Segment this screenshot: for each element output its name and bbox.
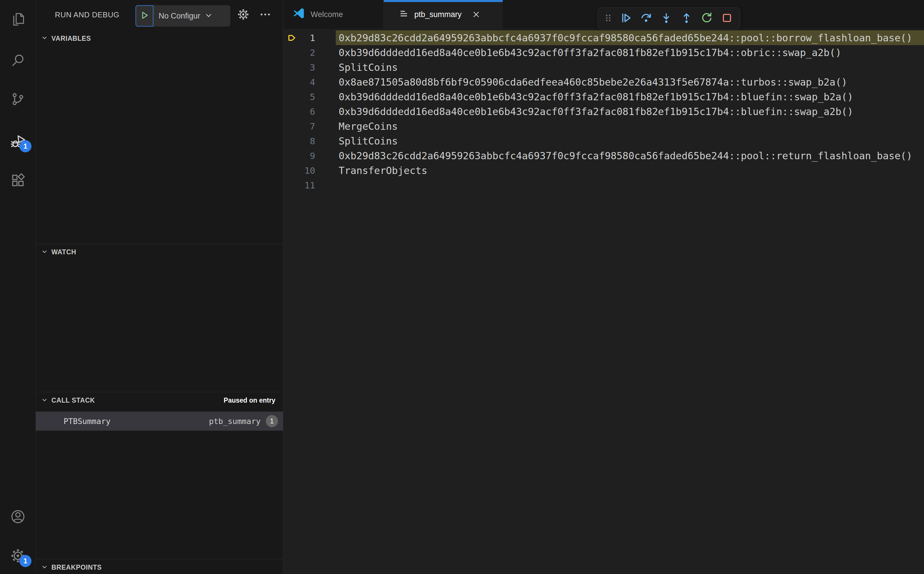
debug-session-badge: 1	[19, 140, 31, 152]
breakpoint-gutter[interactable]	[283, 89, 302, 104]
current-stackframe-icon[interactable]	[283, 30, 302, 45]
configure-gear-button[interactable]	[235, 7, 251, 23]
line-text[interactable]: 0xb29d83c26cdd2a64959263abbcfc4a6937f0c9…	[336, 148, 924, 163]
breakpoint-gutter[interactable]	[283, 45, 302, 60]
line-text[interactable]: 0x8ae871505a80d8bf6bf9c05906cda6edfeea46…	[336, 74, 924, 89]
line-number: 2	[302, 47, 336, 58]
section-breakpoints[interactable]: BREAKPOINTS	[36, 559, 283, 574]
tab-ptb-summary[interactable]: ptb_summary	[384, 0, 503, 29]
settings-button[interactable]: 1	[0, 546, 36, 566]
code-line[interactable]: 6 0xb39d6dddedd16ed8a40ce0b1e6b43c92acf0…	[283, 104, 924, 119]
list-icon	[398, 8, 410, 21]
code-editor[interactable]: 1 0xb29d83c26cdd2a64959263abbcfc4a6937f0…	[283, 29, 924, 192]
code-line[interactable]: 9 0xb29d83c26cdd2a64959263abbcfc4a6937f0…	[283, 148, 924, 163]
chevron-down-icon	[41, 34, 49, 43]
line-text[interactable]: SplitCoins	[336, 134, 924, 148]
code-line[interactable]: 3 SplitCoins	[283, 60, 924, 74]
breakpoint-gutter[interactable]	[283, 74, 302, 89]
vscode-logo-icon	[292, 7, 305, 22]
code-line[interactable]: 2 0xb39d6dddedd16ed8a40ce0b1e6b43c92acf0…	[283, 45, 924, 60]
code-line[interactable]: 1 0xb29d83c26cdd2a64959263abbcfc4a6937f0…	[283, 30, 924, 45]
step-over-button[interactable]	[636, 9, 656, 28]
stop-icon	[720, 11, 734, 26]
sidebar-item-explorer[interactable]	[0, 9, 36, 30]
line-number: 7	[302, 121, 336, 131]
line-number: 10	[302, 165, 336, 176]
step-into-icon	[660, 11, 673, 26]
restart-icon	[700, 11, 713, 26]
accounts-button[interactable]	[0, 507, 36, 527]
sidebar-title: RUN AND DEBUG	[55, 10, 119, 19]
start-debug-button[interactable]	[135, 5, 153, 27]
sidebar-item-search[interactable]	[0, 50, 36, 71]
code-line[interactable]: 10 TransferObjects	[283, 163, 924, 178]
call-stack-frame-row[interactable]: PTBSummary ptb_summary 1	[36, 412, 283, 430]
source-control-icon	[9, 91, 26, 109]
sidebar-item-source-control[interactable]	[0, 90, 36, 110]
frame-name: PTBSummary	[64, 417, 111, 426]
run-and-debug-sidebar: RUN AND DEBUG No Configur	[36, 0, 283, 574]
ellipsis-icon	[259, 8, 272, 22]
line-text[interactable]: MergeCoins	[336, 119, 924, 134]
code-line[interactable]: 11	[283, 178, 924, 192]
step-into-button[interactable]	[656, 9, 676, 28]
breakpoint-gutter[interactable]	[283, 163, 302, 178]
chevron-down-icon	[41, 396, 49, 405]
files-icon	[9, 10, 26, 28]
line-text[interactable]: TransferObjects	[336, 163, 924, 178]
line-text[interactable]: 0xb39d6dddedd16ed8a40ce0b1e6b43c92acf0ff…	[336, 104, 924, 119]
line-number: 9	[302, 151, 336, 161]
line-number: 8	[302, 136, 336, 146]
code-line[interactable]: 7 MergeCoins	[283, 119, 924, 134]
restart-button[interactable]	[697, 9, 717, 28]
line-number: 6	[302, 106, 336, 117]
section-call-stack[interactable]: CALL STACK Paused on entry	[36, 392, 283, 409]
editor-area: Welcome ptb_summary	[283, 0, 924, 574]
toolbar-drag-handle[interactable]	[601, 9, 616, 28]
breakpoint-gutter[interactable]	[283, 134, 302, 148]
extensions-icon	[9, 172, 26, 190]
line-number: 4	[302, 77, 336, 87]
tab-welcome[interactable]: Welcome	[283, 0, 384, 29]
section-label: CALL STACK	[52, 397, 95, 404]
stop-button[interactable]	[717, 9, 737, 28]
code-line[interactable]: 4 0x8ae871505a80d8bf6bf9c05906cda6edfeea…	[283, 74, 924, 89]
tab-label: ptb_summary	[414, 10, 462, 19]
search-icon	[9, 52, 26, 69]
code-line[interactable]: 8 SplitCoins	[283, 134, 924, 148]
breakpoint-gutter[interactable]	[283, 60, 302, 74]
frame-source: ptb_summary	[209, 417, 261, 426]
settings-badge: 1	[19, 555, 31, 567]
sidebar-item-extensions[interactable]	[0, 171, 36, 191]
line-text[interactable]: 0xb39d6dddedd16ed8a40ce0b1e6b43c92acf0ff…	[336, 45, 924, 60]
breakpoint-gutter[interactable]	[283, 148, 302, 163]
step-out-icon	[680, 11, 693, 26]
code-line[interactable]: 5 0xb39d6dddedd16ed8a40ce0b1e6b43c92acf0…	[283, 89, 924, 104]
breakpoint-gutter[interactable]	[283, 119, 302, 134]
frame-badge: 1	[266, 415, 278, 427]
gripper-icon	[603, 12, 614, 25]
section-label: BREAKPOINTS	[52, 564, 102, 571]
chevron-down-icon	[41, 248, 49, 257]
line-text[interactable]	[336, 178, 924, 192]
play-icon	[140, 10, 150, 21]
section-watch[interactable]: WATCH	[36, 244, 283, 260]
step-out-button[interactable]	[676, 9, 697, 28]
continue-button[interactable]	[616, 9, 636, 28]
line-number: 5	[302, 91, 336, 102]
continue-icon	[619, 11, 633, 26]
line-text[interactable]: 0xb29d83c26cdd2a64959263abbcfc4a6937f0c9…	[336, 30, 924, 45]
gear-icon	[237, 8, 250, 22]
section-variables[interactable]: VARIABLES	[36, 30, 283, 47]
tab-label: Welcome	[311, 10, 343, 19]
step-over-icon	[639, 11, 653, 26]
line-text[interactable]: 0xb39d6dddedd16ed8a40ce0b1e6b43c92acf0ff…	[336, 89, 924, 104]
more-actions-button[interactable]	[257, 7, 274, 23]
line-text[interactable]: SplitCoins	[336, 60, 924, 74]
sidebar-item-run-and-debug[interactable]: 1	[0, 131, 36, 152]
close-icon[interactable]	[470, 8, 483, 21]
debug-config-dropdown[interactable]: No Configur	[135, 5, 230, 27]
breakpoint-gutter[interactable]	[283, 104, 302, 119]
sidebar-header: RUN AND DEBUG No Configur	[36, 0, 283, 29]
breakpoint-gutter[interactable]	[283, 178, 302, 192]
